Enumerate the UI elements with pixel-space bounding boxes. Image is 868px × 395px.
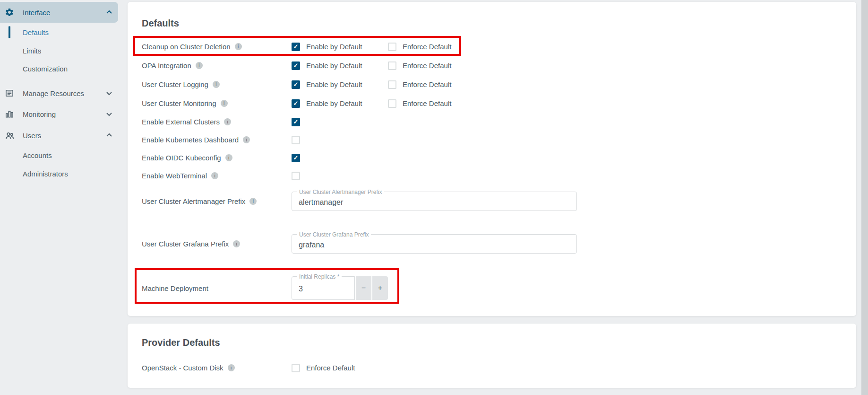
enable-checkbox[interactable] xyxy=(292,154,300,162)
alertmanager-prefix-field: User Cluster Alertmanager Prefix xyxy=(292,192,577,211)
setting-row-user-cluster-monitoring: User Cluster Monitoring Enable by Defaul… xyxy=(128,94,856,113)
initial-replicas-stepper: Initial Replicas * − + xyxy=(292,276,388,300)
enable-checkbox[interactable] xyxy=(292,172,300,180)
sidebar-item-label: Administrators xyxy=(23,170,68,178)
setting-label: Enable WebTerminal xyxy=(142,172,207,180)
setting-label: User Cluster Grafana Prefix xyxy=(142,240,229,248)
sidebar-item-label: Interface xyxy=(23,9,50,17)
checkbox-label: Enable by Default xyxy=(306,99,362,107)
sidebar-item-defaults[interactable]: Defaults xyxy=(0,23,118,42)
enforce-default-checkbox[interactable] xyxy=(388,99,396,108)
enable-by-default-checkbox[interactable] xyxy=(292,61,300,70)
bar-chart-icon xyxy=(4,109,15,119)
enable-checkbox[interactable] xyxy=(292,118,300,126)
enable-by-default-checkbox[interactable] xyxy=(292,80,300,89)
enable-by-default-checkbox[interactable] xyxy=(292,43,300,51)
setting-label: User Cluster Logging xyxy=(142,80,208,88)
setting-row-enable-external-clusters: Enable External Clusters xyxy=(128,113,856,131)
checkbox-label: Enforce Default xyxy=(306,364,355,372)
defaults-card-title: Defaults xyxy=(142,18,179,29)
vertical-scrollbar[interactable] xyxy=(861,0,868,395)
checkbox-label: Enforce Default xyxy=(403,80,451,88)
sidebar-item-customization[interactable]: Customization xyxy=(0,59,118,78)
info-icon[interactable] xyxy=(221,100,228,107)
enable-checkbox[interactable] xyxy=(292,136,300,144)
initial-replicas-field: Initial Replicas * xyxy=(292,276,355,300)
sidebar-item-interface[interactable]: Interface xyxy=(0,2,118,23)
setting-row-enable-kubernetes-dashboard: Enable Kubernetes Dashboard xyxy=(128,131,856,149)
sidebar-item-label: Accounts xyxy=(23,151,52,159)
info-icon[interactable] xyxy=(211,172,218,179)
sidebar-item-label: Defaults xyxy=(23,28,49,36)
enforce-default-checkbox[interactable] xyxy=(388,61,396,70)
checkbox-label: Enforce Default xyxy=(403,43,451,51)
checkbox-label: Enable by Default xyxy=(306,43,362,51)
enforce-default-checkbox[interactable] xyxy=(388,80,396,89)
people-icon xyxy=(4,130,15,140)
increment-button[interactable]: + xyxy=(372,276,388,300)
setting-row-alertmanager-prefix: User Cluster Alertmanager Prefix User Cl… xyxy=(128,192,856,211)
setting-label: Machine Deployment xyxy=(142,284,208,292)
list-icon xyxy=(4,88,15,98)
info-icon[interactable] xyxy=(196,62,203,69)
chevron-down-icon xyxy=(106,112,112,116)
setting-label: Enable External Clusters xyxy=(142,118,220,126)
checkbox-label: Enforce Default xyxy=(403,99,451,107)
grafana-prefix-input[interactable] xyxy=(292,235,576,253)
info-icon[interactable] xyxy=(228,364,235,371)
setting-row-cleanup-on-cluster-deletion: Cleanup on Cluster Deletion Enable by De… xyxy=(128,37,856,56)
checkbox-label: Enable by Default xyxy=(306,61,362,70)
info-icon[interactable] xyxy=(243,136,250,143)
sidebar: Interface Defaults Limits Customization … xyxy=(0,0,123,395)
setting-row-enable-oidc-kubeconfig: Enable OIDC Kubeconfig xyxy=(128,149,856,167)
active-item-indicator xyxy=(9,26,10,38)
sidebar-item-label: Manage Resources xyxy=(23,89,84,97)
sidebar-item-label: Limits xyxy=(23,47,41,55)
chevron-down-icon xyxy=(106,91,112,96)
setting-label: User Cluster Alertmanager Prefix xyxy=(142,197,245,205)
chevron-up-icon xyxy=(106,133,112,138)
info-icon[interactable] xyxy=(213,81,220,88)
setting-label: Enable Kubernetes Dashboard xyxy=(142,136,239,144)
enforce-default-checkbox[interactable] xyxy=(292,364,300,372)
sidebar-item-accounts[interactable]: Accounts xyxy=(0,146,118,165)
setting-row-machine-deployment: Machine Deployment Initial Replicas * − … xyxy=(128,276,856,300)
info-icon[interactable] xyxy=(235,43,242,50)
alertmanager-prefix-input[interactable] xyxy=(292,192,576,211)
setting-row-enable-webterminal: Enable WebTerminal xyxy=(128,167,856,185)
gear-icon xyxy=(4,7,15,18)
setting-row-opa-integration: OPA Integration Enable by Default Enforc… xyxy=(128,56,856,75)
setting-label: OpenStack - Custom Disk xyxy=(142,364,223,372)
sidebar-item-administrators[interactable]: Administrators xyxy=(0,164,118,183)
provider-card-title: Provider Defaults xyxy=(142,337,220,348)
setting-row-openstack-custom-disk: OpenStack - Custom Disk Enforce Default xyxy=(128,359,856,377)
grafana-prefix-field: User Cluster Grafana Prefix xyxy=(292,234,577,254)
setting-label: Cleanup on Cluster Deletion xyxy=(142,43,231,51)
sidebar-item-label: Customization xyxy=(23,65,68,73)
sidebar-item-manage-resources[interactable]: Manage Resources xyxy=(0,84,118,103)
checkbox-label: Enforce Default xyxy=(403,61,451,70)
info-icon[interactable] xyxy=(224,118,231,125)
info-icon[interactable] xyxy=(249,198,257,205)
chevron-up-icon xyxy=(106,10,112,15)
setting-row-grafana-prefix: User Cluster Grafana Prefix User Cluster… xyxy=(128,234,856,254)
info-icon[interactable] xyxy=(233,240,240,247)
sidebar-item-users[interactable]: Users xyxy=(0,126,118,145)
defaults-card: Defaults Cleanup on Cluster Deletion Ena… xyxy=(128,2,856,316)
sidebar-item-label: Users xyxy=(23,132,41,140)
setting-label: User Cluster Monitoring xyxy=(142,99,216,107)
sidebar-item-label: Monitoring xyxy=(23,110,56,118)
setting-row-user-cluster-logging: User Cluster Logging Enable by Default E… xyxy=(128,75,856,94)
info-icon[interactable] xyxy=(225,154,232,161)
initial-replicas-input[interactable] xyxy=(292,277,354,299)
provider-defaults-card: Provider Defaults OpenStack - Custom Dis… xyxy=(128,324,856,388)
enforce-default-checkbox[interactable] xyxy=(388,43,396,51)
enable-by-default-checkbox[interactable] xyxy=(292,99,300,108)
setting-label: OPA Integration xyxy=(142,61,191,70)
sidebar-item-monitoring[interactable]: Monitoring xyxy=(0,105,118,123)
setting-label: Enable OIDC Kubeconfig xyxy=(142,154,221,162)
decrement-button[interactable]: − xyxy=(356,276,371,300)
checkbox-label: Enable by Default xyxy=(306,80,362,88)
sidebar-item-limits[interactable]: Limits xyxy=(0,41,118,60)
